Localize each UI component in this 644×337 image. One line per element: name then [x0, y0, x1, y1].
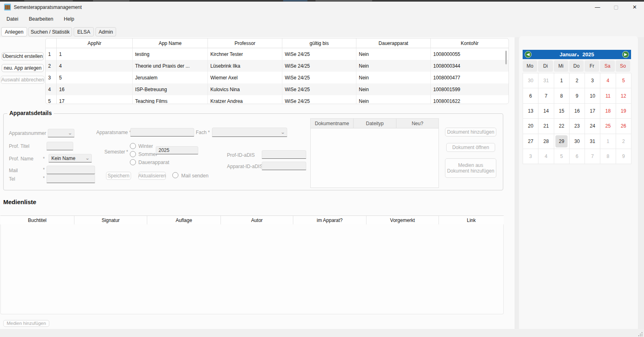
menu-item-bearbeiten[interactable]: Bearbeiten	[25, 15, 57, 23]
media-column-header[interactable]: Auflage	[147, 216, 221, 224]
calendar-date[interactable]: 22	[554, 119, 570, 134]
apparatsname-input[interactable]	[130, 128, 194, 137]
apparat-id-adis-input[interactable]	[262, 162, 306, 170]
calendar-date[interactable]: 1	[600, 134, 616, 149]
apps-column-header[interactable]: Professor	[208, 38, 282, 48]
calendar-year[interactable]: 2025	[583, 51, 594, 58]
table-row[interactable]: 416ISP-BetreuungKulovics NinaWiSe 24/25N…	[46, 83, 508, 95]
calendar-date[interactable]: 17	[585, 104, 600, 119]
calendar-date[interactable]: 10	[585, 88, 600, 103]
speichern-button[interactable]: Speichern	[106, 172, 131, 180]
dauerapparat-radio[interactable]	[130, 159, 136, 165]
calendar-date[interactable]: 27	[523, 134, 538, 149]
menu-item-help[interactable]: Help	[60, 15, 78, 23]
minimize-button[interactable]: —	[588, 2, 607, 13]
calendar-date[interactable]: 11	[600, 88, 616, 103]
apps-column-header[interactable]: AppNr	[57, 38, 133, 48]
calendar-next-icon[interactable]: ▶	[622, 51, 629, 58]
calendar-date[interactable]: 16	[570, 104, 585, 119]
calendar-date[interactable]: 23	[570, 119, 585, 134]
calendar-date[interactable]: 31	[538, 73, 554, 88]
dokument-oeffnen-button[interactable]: Dokument öffnen	[446, 143, 495, 152]
media-column-header[interactable]: Autor	[221, 216, 293, 224]
calendar-date[interactable]: 19	[616, 104, 631, 119]
calendar-date[interactable]: 28	[538, 134, 554, 149]
prof-id-adis-input[interactable]	[262, 150, 306, 159]
calendar-date[interactable]: 29	[554, 134, 570, 149]
apps-column-header[interactable]: App Name	[133, 38, 208, 48]
aktualisieren-button[interactable]: Aktualisieren	[138, 172, 166, 180]
calendar-date[interactable]: 5	[554, 149, 570, 164]
tab-admin[interactable]: Admin	[95, 27, 116, 36]
calendar-date[interactable]: 24	[585, 119, 600, 134]
calendar-date[interactable]: 1	[554, 73, 570, 88]
prof-name-select[interactable]: Kein Name⌄	[49, 154, 92, 162]
calendar-date[interactable]: 4	[538, 149, 554, 164]
calendar-date[interactable]: 21	[538, 119, 554, 134]
menu-item-datei[interactable]: Datei	[2, 15, 22, 23]
calendar-date[interactable]: 7	[538, 88, 554, 103]
calendar-prev-icon[interactable]: ◀	[525, 51, 532, 58]
tel-input[interactable]	[47, 175, 95, 183]
table-row[interactable]: 24Theorie und Praxis der ...Lüsebrink Il…	[46, 60, 508, 72]
calendar-date[interactable]: 7	[585, 149, 600, 164]
doc-column-header[interactable]: Dateityp	[354, 119, 396, 128]
table-row[interactable]: 35JerusalemWiemer AxelWiSe 24/25Nein1008…	[46, 72, 508, 83]
apparatsnummer-select[interactable]: ⌄	[48, 129, 74, 137]
winter-radio[interactable]	[130, 143, 136, 149]
media-column-header[interactable]: Signatur	[74, 216, 147, 224]
calendar-date[interactable]: 8	[554, 88, 570, 103]
dokument-hinzufuegen-button[interactable]: Dokument hinzufügen	[445, 128, 496, 137]
calendar-date[interactable]: 30	[523, 73, 538, 88]
doc-column-header[interactable]: Dokumentname	[311, 119, 354, 128]
doc-column-header[interactable]: Neu?	[396, 119, 439, 128]
media-column-header[interactable]: Vorgemerkt	[366, 216, 439, 224]
mail-senden-checkbox[interactable]	[172, 172, 178, 178]
calendar-date[interactable]: 4	[600, 73, 616, 88]
semester-year-input[interactable]: 2025	[156, 146, 198, 154]
maximize-button[interactable]: ▢	[607, 2, 625, 13]
apps-column-header[interactable]: gültig bis	[282, 38, 356, 48]
calendar-date[interactable]: 2	[570, 73, 585, 88]
tab-elsa[interactable]: ELSA	[74, 27, 94, 36]
media-column-header[interactable]: Buchtitel	[0, 216, 74, 224]
apps-table-scrollbar[interactable]	[505, 51, 507, 64]
calendar-date[interactable]: 3	[585, 73, 600, 88]
table-row[interactable]: 517Teaching FilmsKratzer AndreaWiSe 24/2…	[46, 95, 508, 104]
calendar-date[interactable]: 31	[585, 134, 600, 149]
calendar-date[interactable]: 2	[616, 134, 631, 149]
fach-select[interactable]: ⌄	[212, 128, 287, 137]
calendar-date[interactable]: 9	[570, 88, 585, 103]
table-row[interactable]: 11testingKirchner TesterWiSe 24/25Nein10…	[46, 48, 508, 60]
resize-grip[interactable]	[638, 331, 642, 336]
calendar-date[interactable]: 6	[523, 88, 538, 103]
apps-column-header[interactable]: Dauerapparat	[356, 38, 431, 48]
calendar-date[interactable]: 14	[538, 104, 554, 119]
prof-titel-input[interactable]	[47, 142, 73, 150]
calendar-month[interactable]: Januar	[559, 51, 577, 58]
neu-app-anlegen-button[interactable]: neu. App anlegen	[2, 64, 44, 72]
calendar-date[interactable]: 13	[523, 104, 538, 119]
close-button[interactable]: ✕	[625, 2, 644, 13]
media-column-header[interactable]: Link	[439, 216, 504, 224]
medien-hinzufuegen-button[interactable]: Medien hinzufügen	[3, 320, 49, 327]
calendar-date[interactable]: 25	[600, 119, 616, 134]
sommer-radio[interactable]	[130, 151, 136, 157]
calendar-date[interactable]: 6	[570, 149, 585, 164]
mail-input[interactable]	[47, 166, 95, 174]
medien-aus-dokument-button[interactable]: Medien aus Dokument hinzufügen	[445, 158, 496, 178]
auswahl-abbrechen-button[interactable]: Auswahl abbrechen	[1, 76, 44, 84]
uebersicht-erstellen-button[interactable]: Übersicht erstellen	[2, 52, 44, 60]
calendar-date[interactable]: 18	[600, 104, 616, 119]
calendar-date[interactable]: 20	[523, 119, 538, 134]
calendar-date[interactable]: 26	[616, 119, 631, 134]
calendar-date[interactable]: 5	[616, 73, 631, 88]
media-column-header[interactable]: im Apparat?	[293, 216, 366, 224]
calendar-date[interactable]: 30	[570, 134, 585, 149]
calendar-date[interactable]: 15	[554, 104, 570, 119]
calendar-date[interactable]: 9	[616, 149, 631, 164]
tab-anlegen[interactable]: Anlegen	[1, 27, 27, 36]
calendar-date[interactable]: 8	[600, 149, 616, 164]
apps-column-header[interactable]: KontoNr	[431, 38, 508, 48]
tab-suchen-statistik[interactable]: Suchen / Statistik	[28, 27, 72, 36]
